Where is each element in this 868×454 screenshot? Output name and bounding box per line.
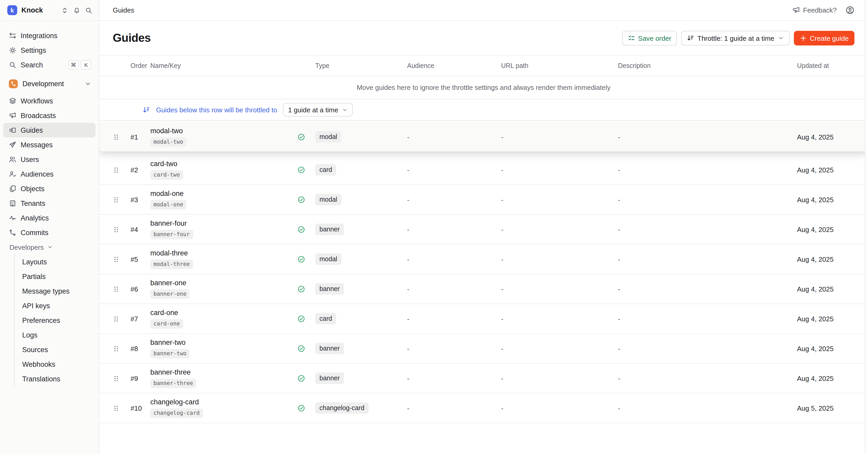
environment-switcher[interactable]: Development (3, 76, 95, 91)
drag-handle-icon[interactable] (113, 256, 120, 262)
megaphone-icon (792, 6, 800, 14)
order-number: #10 (126, 404, 150, 412)
sidebar-item-integrations[interactable]: Integrations (3, 28, 95, 43)
type-badge: banner (315, 343, 344, 354)
send-icon (9, 141, 17, 149)
guide-row[interactable]: #3modal-onemodal-onemodal---Aug 4, 2025 (99, 185, 868, 215)
guide-row[interactable]: #7card-onecard-onecard---Aug 4, 2025 (99, 304, 868, 334)
status-active-icon (298, 375, 305, 382)
sidebar-item-label: Objects (21, 185, 44, 193)
sidebar-item-workflows[interactable]: Workflows (3, 93, 95, 108)
guide-row[interactable]: #9banner-threebanner-threebanner---Aug 4… (99, 364, 868, 393)
chevron-down-icon (342, 107, 348, 113)
sidebar-item-commits[interactable]: Commits (3, 225, 95, 240)
megaphone-icon (9, 112, 17, 119)
chevron-down-icon (777, 35, 784, 41)
checklist-icon (628, 34, 635, 42)
sidebar-item-api-keys[interactable]: API keys (14, 298, 95, 313)
create-guide-button[interactable]: Create guide (794, 31, 855, 46)
sidebar-item-partials[interactable]: Partials (14, 269, 95, 284)
sidebar-item-label: Workflows (21, 97, 53, 105)
sidebar-item-message-types[interactable]: Message types (14, 284, 95, 298)
guide-row[interactable]: #6banner-onebanner-onebanner---Aug 4, 20… (99, 274, 868, 304)
sidebar-item-broadcasts[interactable]: Broadcasts (3, 108, 95, 123)
guide-name: modal-three (150, 249, 188, 257)
sidebar-item-objects[interactable]: Objects (3, 181, 95, 196)
sidebar-item-messages[interactable]: Messages (3, 137, 95, 152)
guide-row[interactable]: #8banner-twobanner-twobanner---Aug 4, 20… (99, 334, 868, 364)
type-cell: banner (315, 343, 407, 354)
description-cell: - (618, 196, 797, 203)
guide-row[interactable]: #1modal-twomodal-twomodal---Aug 4, 2025 (99, 122, 868, 151)
sidebar-item-layouts[interactable]: Layouts (14, 254, 95, 269)
guide-row[interactable]: #2card-twocard-twocard---Aug 4, 2025 (99, 155, 868, 185)
drag-handle-icon[interactable] (113, 196, 120, 203)
updated-at-cell: Aug 4, 2025 (797, 133, 859, 141)
description-cell: - (618, 404, 797, 412)
sidebar-item-guides[interactable]: Guides (3, 123, 95, 137)
search-icon[interactable] (85, 6, 92, 14)
sidebar-item-label: Sources (22, 346, 48, 353)
drag-handle-icon[interactable] (113, 345, 120, 352)
guide-key-badge: modal-two (150, 137, 186, 147)
url-path-cell: - (501, 133, 618, 141)
sidebar-item-label: Logs (22, 331, 38, 339)
throttle-value-dropdown[interactable]: 1 guide at a time (283, 103, 353, 116)
drag-handle-icon[interactable] (113, 134, 120, 140)
drag-handle-icon[interactable] (113, 375, 120, 381)
order-number: #2 (126, 166, 150, 174)
guide-row[interactable]: #10changelog-cardchangelog-cardchangelog… (99, 393, 868, 423)
guide-row[interactable]: #4banner-fourbanner-fourbanner---Aug 4, … (99, 215, 868, 245)
sidebar-section-developers[interactable]: Developers (3, 240, 95, 254)
drag-handle-icon[interactable] (113, 405, 120, 412)
sidebar-item-analytics[interactable]: Analytics (3, 210, 95, 225)
unthrottled-drop-zone[interactable]: Move guides here to ignore the throttle … (99, 76, 868, 99)
sidebar-developers-list: LayoutsPartialsMessage typesAPI keysPref… (14, 254, 95, 386)
sidebar-item-preferences[interactable]: Preferences (14, 313, 95, 328)
scrollbar-track[interactable] (865, 0, 868, 454)
name-key-cell: banner-twobanner-two (150, 339, 298, 359)
drag-handle-icon[interactable] (113, 315, 120, 322)
order-number: #7 (126, 315, 150, 322)
table-header-row: Order Name/Key Type Audience URL path De… (99, 56, 868, 76)
guide-key-badge: modal-one (150, 200, 186, 209)
throttle-dropdown[interactable]: Throttle: 1 guide at a time (681, 31, 789, 46)
sidebar-item-webhooks[interactable]: Webhooks (14, 357, 95, 371)
sidebar-item-label: Search (21, 61, 43, 69)
sidebar-item-users[interactable]: Users (3, 152, 95, 167)
sidebar-item-sources[interactable]: Sources (14, 342, 95, 357)
guide-row[interactable]: #5modal-threemodal-threemodal---Aug 4, 2… (99, 245, 868, 274)
knock-logo: k (7, 5, 17, 15)
workspace-selector-icon[interactable] (61, 6, 68, 14)
url-path-cell: - (501, 225, 618, 233)
notifications-bell-icon[interactable] (73, 6, 81, 14)
updated-at-cell: Aug 5, 2025 (797, 404, 859, 412)
updated-at-cell: Aug 4, 2025 (797, 255, 859, 263)
status-active-icon (298, 285, 305, 293)
description-cell: - (618, 285, 797, 293)
status-active-icon (298, 166, 305, 174)
audience-cell: - (407, 315, 501, 322)
audience-cell: - (407, 404, 501, 412)
save-order-button[interactable]: Save order (622, 31, 677, 46)
sidebar-item-translations[interactable]: Translations (14, 371, 95, 386)
drag-handle-icon[interactable] (113, 226, 120, 233)
description-cell: - (618, 255, 797, 263)
status-active-icon (298, 404, 305, 412)
sidebar-item-audiences[interactable]: Audiences (3, 167, 95, 181)
drag-handle-icon[interactable] (113, 166, 120, 173)
updated-at-cell: Aug 4, 2025 (797, 166, 859, 174)
sidebar-item-logs[interactable]: Logs (14, 328, 95, 342)
sidebar-item-search[interactable]: Search⌘K (3, 57, 95, 72)
status-active-icon (298, 196, 305, 203)
users-icon (9, 156, 17, 163)
account-avatar-icon[interactable] (845, 6, 855, 15)
drag-handle-icon[interactable] (113, 285, 120, 292)
type-badge: modal (315, 253, 341, 265)
feedback-button[interactable]: Feedback? (792, 6, 837, 14)
throttle-divider-text: Guides below this row will be throttled … (156, 106, 277, 114)
type-cell: card (315, 313, 407, 324)
sidebar-main-list: WorkflowsBroadcastsGuidesMessagesUsersAu… (3, 93, 95, 240)
sidebar-item-tenants[interactable]: Tenants (3, 196, 95, 210)
sidebar-item-settings[interactable]: Settings (3, 43, 95, 57)
